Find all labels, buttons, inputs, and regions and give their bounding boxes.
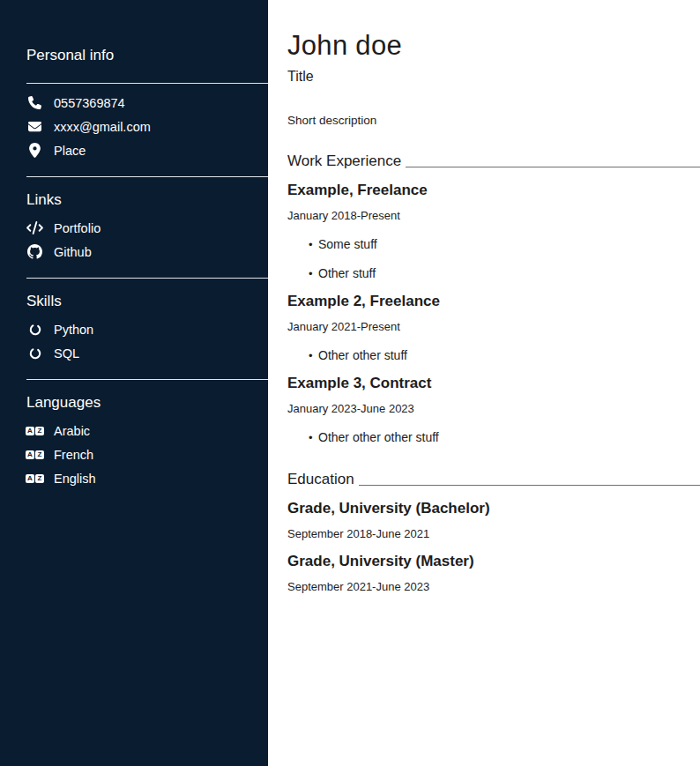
sidebar-item-xxxx-gmail-com[interactable]: xxxx@gmail.com [0, 115, 268, 138]
sidebar-item-label: Portfolio [54, 221, 101, 235]
sidebar-item-sql: SQL [0, 341, 268, 365]
section-heading-education: Education [287, 470, 700, 488]
location-icon [26, 143, 43, 158]
sidebar-item-place: Place [0, 138, 268, 162]
bullet-text: Other other stuff [318, 348, 407, 363]
person-name: John doe [287, 30, 700, 62]
sidebar-item-english: AZEnglish [0, 466, 268, 490]
sidebar: Personal info0557369874xxxx@gmail.comPla… [0, 0, 268, 766]
section-heading-rule [406, 167, 700, 167]
bullet-text: Other other other stuff [318, 430, 439, 445]
sidebar-item-label: Place [54, 144, 86, 158]
bullet-item: •Other other stuff [287, 348, 700, 363]
entry-title: Example, Freelance [287, 181, 700, 199]
entry-title: Example 3, Contract [287, 374, 700, 392]
bullet-item: •Other other other stuff [287, 430, 700, 445]
sidebar-item-python: Python [0, 317, 268, 341]
sidebar-item-label: French [54, 448, 93, 462]
entry-date: January 2018-Present [287, 209, 700, 223]
sidebar-divider [26, 176, 268, 177]
circle-notch-icon [26, 347, 43, 360]
sidebar-item-github[interactable]: Github [0, 240, 268, 264]
sidebar-divider [26, 379, 268, 380]
sidebar-item-list: PortfolioGithub [0, 216, 268, 264]
sidebar-divider [26, 278, 268, 279]
sidebar-item-list: PythonSQL [0, 317, 268, 365]
resume-sections: Work ExperienceExample, FreelanceJanuary… [287, 152, 700, 594]
sidebar-section-title: Skills [26, 292, 268, 310]
sidebar-item-list: 0557369874xxxx@gmail.comPlace [0, 91, 268, 162]
sidebar-item-portfolio[interactable]: Portfolio [0, 216, 268, 240]
bullet-dot-icon: • [309, 237, 318, 252]
bullet-item: •Other stuff [287, 266, 700, 281]
entry-bullet-list: •Some stuff•Other stuff [287, 237, 700, 281]
section-heading-label: Work Experience [287, 152, 401, 170]
sidebar-section-title: Personal info [26, 46, 268, 64]
bullet-item: •Some stuff [287, 237, 700, 252]
entry-bullet-list: •Other other stuff [287, 348, 700, 363]
sidebar-item-label: English [54, 472, 96, 486]
sidebar-item-label: Github [54, 245, 92, 259]
entry-bullet-list: •Other other other stuff [287, 430, 700, 445]
phone-icon [26, 96, 43, 109]
language-icon: AZ [26, 450, 43, 459]
bullet-dot-icon: • [309, 348, 318, 363]
bullet-text: Some stuff [318, 237, 377, 252]
sidebar-item-label: Python [54, 323, 93, 337]
sidebar-item-label: Arabic [54, 424, 90, 438]
sidebar-section-title: Links [26, 190, 268, 209]
entry-title: Example 2, Freelance [287, 292, 700, 310]
entry-title: Grade, University (Bachelor) [287, 499, 700, 517]
person-title: Title [287, 69, 700, 85]
section-heading-rule [359, 485, 700, 486]
resume-page: Personal info0557369874xxxx@gmail.comPla… [0, 0, 700, 766]
circle-notch-icon [26, 324, 43, 336]
sidebar-item-arabic: AZArabic [0, 419, 268, 442]
language-icon: AZ [26, 427, 43, 435]
entry-title: Grade, University (Master) [287, 552, 700, 570]
envelope-icon [26, 120, 43, 133]
language-icon: AZ [26, 474, 43, 483]
sidebar-item-label: 0557369874 [54, 96, 125, 110]
sidebar-section-title: Languages [26, 393, 268, 412]
entry-date: September 2018-June 2021 [287, 527, 700, 541]
github-icon [26, 244, 43, 259]
sidebar-item-label: SQL [54, 346, 79, 361]
sidebar-item-french: AZFrench [0, 442, 268, 466]
sidebar-item-list: AZArabicAZFrenchAZEnglish [0, 419, 268, 490]
person-description: Short description [287, 114, 700, 127]
main-content: John doe Title Short description Work Ex… [268, 0, 700, 766]
code-icon [26, 221, 43, 234]
entry-date: January 2021-Present [287, 320, 700, 334]
bullet-dot-icon: • [309, 266, 318, 281]
section-heading-label: Education [287, 470, 354, 488]
entry-date: September 2021-June 2023 [287, 580, 700, 594]
bullet-text: Other stuff [318, 266, 376, 281]
section-heading-work-experience: Work Experience [287, 152, 700, 170]
entry-date: January 2023-June 2023 [287, 402, 700, 416]
sidebar-item-label: xxxx@gmail.com [54, 120, 151, 134]
sidebar-divider [26, 83, 268, 84]
sidebar-item-0557369874: 0557369874 [0, 91, 268, 115]
bullet-dot-icon: • [309, 430, 318, 445]
